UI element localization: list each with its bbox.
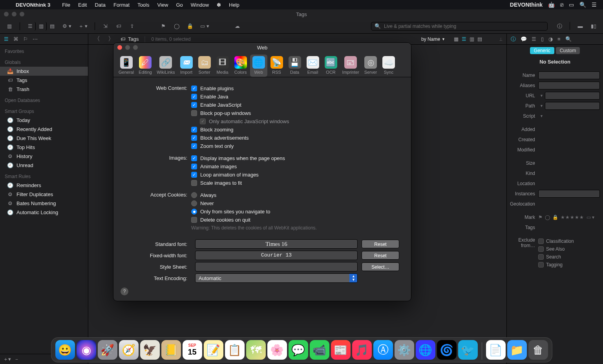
insp-doc-icon[interactable]: ▯ bbox=[541, 36, 544, 42]
checkbox[interactable] bbox=[538, 262, 544, 268]
view-columns-button[interactable]: ▥ bbox=[36, 22, 47, 31]
dock-document[interactable]: 📄 bbox=[486, 340, 506, 360]
cover-view-icon[interactable]: ▤ bbox=[477, 36, 482, 42]
preview-toggle-button[interactable]: ▬ bbox=[575, 22, 586, 31]
flag-icon[interactable]: ⚑ bbox=[538, 215, 543, 220]
dock-sysprefs[interactable]: ⚙️ bbox=[395, 340, 414, 360]
checkbox[interactable] bbox=[191, 217, 197, 223]
dock-maps[interactable]: 🗺 bbox=[246, 340, 266, 360]
dock-trash[interactable]: 🗑 bbox=[528, 340, 548, 360]
cloud-button[interactable]: ☁︎ bbox=[232, 22, 243, 31]
sidebar-item[interactable]: 🕘Due This Week bbox=[0, 134, 88, 143]
sidebar-toggle-button[interactable]: ▥ bbox=[4, 22, 15, 31]
pref-tab-sync[interactable]: ☁️Sync bbox=[380, 55, 397, 77]
dock-messages[interactable]: 💬 bbox=[289, 340, 308, 360]
view-list-button[interactable]: ☰ bbox=[25, 22, 36, 31]
search-field[interactable]: 🔍 bbox=[371, 22, 548, 31]
add-menu-button[interactable]: ＋ ▾ bbox=[76, 22, 90, 31]
checkbox[interactable] bbox=[538, 254, 544, 260]
checkbox[interactable]: ✓ bbox=[191, 164, 197, 169]
insp-annot-icon[interactable]: 💬 bbox=[521, 36, 527, 42]
sidebar-item[interactable]: 🕘Automatic Locking bbox=[0, 208, 88, 217]
insp-concord-icon[interactable]: ◑ bbox=[548, 36, 553, 42]
insp-list-icon[interactable]: ≡ bbox=[557, 36, 561, 42]
reset-fixed-button[interactable]: Reset bbox=[362, 251, 399, 260]
sidebar-item[interactable]: 🗑Trash bbox=[0, 85, 88, 94]
sidebar-item[interactable]: ⚙Bates Numbering bbox=[0, 199, 88, 208]
minimize-icon[interactable] bbox=[125, 45, 130, 50]
radio[interactable] bbox=[191, 200, 197, 206]
minimize-icon[interactable] bbox=[12, 12, 16, 16]
menu-data[interactable]: Data bbox=[91, 2, 109, 8]
menu-go[interactable]: Go bbox=[172, 2, 186, 8]
checkbox[interactable] bbox=[538, 246, 544, 252]
close-icon[interactable] bbox=[4, 12, 9, 16]
flag-button[interactable]: ⚑ bbox=[158, 22, 169, 31]
dock-music[interactable]: 🎵 bbox=[352, 340, 372, 360]
tag-button[interactable]: 🏷 bbox=[113, 22, 124, 31]
dock-launchpad[interactable]: 🚀 bbox=[98, 340, 117, 360]
lock-button[interactable]: 🔒 bbox=[185, 22, 196, 31]
control-center-icon[interactable]: ☰ bbox=[592, 2, 597, 8]
view-split-button[interactable]: ▤ bbox=[47, 22, 58, 31]
pref-tab-sorter[interactable]: 🗂Sorter bbox=[196, 55, 213, 77]
flag2-icon[interactable]: ⚐ bbox=[23, 36, 28, 42]
fixed-font-field[interactable]: Courier 13 bbox=[195, 251, 358, 260]
pref-tab-server[interactable]: ◎Server bbox=[362, 55, 379, 77]
standard-font-field[interactable]: Times 16 bbox=[195, 239, 358, 249]
chevron-down-icon[interactable]: ▼ bbox=[538, 104, 545, 108]
field-path[interactable] bbox=[545, 102, 600, 110]
tab-custom[interactable]: Custom bbox=[556, 47, 580, 54]
sidebar-item[interactable]: 🕘Top Hits bbox=[0, 143, 88, 152]
menu-format[interactable]: Format bbox=[110, 2, 133, 8]
circle-icon[interactable]: ◯ bbox=[545, 215, 550, 220]
grid-view-icon[interactable]: ▦ bbox=[454, 36, 459, 42]
dock-reminders[interactable]: 📋 bbox=[225, 340, 245, 360]
select-stylesheet-button[interactable]: Select… bbox=[362, 262, 399, 271]
dock-finder[interactable]: 😀 bbox=[55, 340, 75, 360]
dock-downloads[interactable]: 📁 bbox=[507, 340, 527, 360]
stylesheet-field[interactable] bbox=[195, 262, 358, 271]
dock-notes[interactable]: 📝 bbox=[204, 340, 223, 360]
list-view-icon[interactable]: ☰ bbox=[462, 36, 466, 42]
dock-safari[interactable]: 🧭 bbox=[119, 340, 139, 360]
lock-icon[interactable]: 🔒 bbox=[552, 215, 558, 220]
field-aliases[interactable] bbox=[538, 82, 600, 89]
field-url[interactable] bbox=[545, 92, 600, 100]
pref-tab-editing[interactable]: 🖊Editing bbox=[137, 55, 154, 77]
search-input[interactable] bbox=[383, 23, 544, 29]
pref-tab-rss[interactable]: 📡RSS bbox=[268, 55, 285, 77]
checkbox[interactable]: ✓ bbox=[191, 135, 197, 141]
close-icon[interactable] bbox=[117, 45, 122, 50]
pref-tab-general[interactable]: 📱General bbox=[117, 55, 136, 77]
menu-script[interactable]: ✽ bbox=[213, 2, 225, 8]
dock-appstore[interactable]: Ⓐ bbox=[373, 340, 393, 360]
dock-news[interactable]: 📰 bbox=[331, 340, 351, 360]
column-view-icon[interactable]: ▥ bbox=[470, 36, 474, 42]
encoding-select[interactable]: Automatic ▲▼ bbox=[195, 273, 358, 283]
sidebar-item[interactable]: ⚙History bbox=[0, 152, 88, 161]
list-icon[interactable]: ☰ bbox=[4, 36, 9, 42]
gear-menu-button[interactable]: ⚙︎ ▾ bbox=[60, 22, 74, 31]
insp-info-icon[interactable]: ⓘ bbox=[511, 36, 516, 43]
sidebar-item[interactable]: 🕘Recently Added bbox=[0, 125, 88, 134]
dock-contacts[interactable]: 📒 bbox=[161, 340, 181, 360]
checkbox[interactable]: ✓ bbox=[191, 102, 197, 108]
checkbox[interactable] bbox=[191, 180, 197, 186]
menu-tools[interactable]: Tools bbox=[133, 2, 153, 8]
insp-toc-icon[interactable]: ☰ bbox=[532, 36, 536, 42]
pref-tab-imprinter[interactable]: 🖃Imprinter bbox=[340, 55, 361, 77]
checkbox[interactable]: ✓ bbox=[191, 94, 197, 100]
pref-tab-media[interactable]: 🎞Media bbox=[214, 55, 231, 77]
pref-tab-data[interactable]: 💾Data bbox=[286, 55, 303, 77]
unread-button[interactable]: ◯ bbox=[171, 22, 182, 31]
checkbox[interactable] bbox=[538, 238, 544, 244]
dock-calendar[interactable]: SEP15 bbox=[183, 340, 202, 360]
dock-photos[interactable]: 🌸 bbox=[267, 340, 287, 360]
airplay-icon[interactable]: ⎚ bbox=[560, 2, 563, 8]
reset-standard-button[interactable]: Reset bbox=[362, 240, 399, 248]
menu-window[interactable]: Window bbox=[187, 2, 213, 8]
pref-tab-import[interactable]: 📨Import bbox=[178, 55, 195, 77]
dock-devonthink[interactable]: 🌀 bbox=[437, 340, 457, 360]
checkbox[interactable] bbox=[191, 110, 197, 116]
